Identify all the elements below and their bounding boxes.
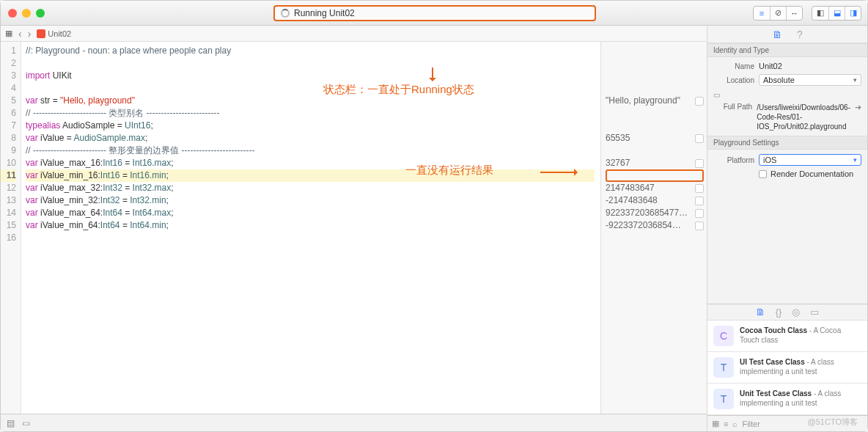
jump-bar[interactable]: ▦ ‹ › Unit02 [1,26,707,42]
toolbar-right: ≡ ⊘ ↔ ◧ ⬓ ◨ [753,6,861,21]
library-panel: 🗎 {} ◎ ▭ C Cocoa Touch Class - A Cocoa T… [707,304,867,431]
library-item[interactable]: C Cocoa Touch Class - A Cocoa Touch clas… [707,321,867,352]
back-button[interactable]: ‹ [18,28,22,40]
result-row[interactable]: -9223372036854… [606,219,704,232]
template-icon: T [713,357,734,378]
template-icon: C [713,326,734,346]
activity-status-bar[interactable]: Running Unit02 [273,5,596,21]
library-item[interactable]: T Unit Test Case Class - A class impleme… [707,384,867,415]
file-inspector-tab-icon[interactable]: 🗎 [772,29,782,40]
identity-header: Identity and Type [707,43,867,57]
debug-toggle-icon[interactable]: ▤ [7,418,15,428]
quicklook-icon[interactable] [695,134,704,143]
quicklook-icon[interactable] [695,184,704,193]
main-split: ▦ ‹ › Unit02 12345678910111213141516 //:… [1,26,867,431]
editor-mode-segment[interactable]: ≡ ⊘ ↔ [753,6,803,21]
reveal-arrow-icon[interactable]: ➜ [855,103,861,112]
name-label: Name [713,62,754,70]
titlebar: Running Unit02 ≡ ⊘ ↔ ◧ ⬓ ◨ [1,1,867,26]
panel-toggle-segment[interactable]: ◧ ⬓ ◨ [812,6,861,21]
quicklook-icon[interactable] [695,222,704,230]
template-icon: T [713,389,734,409]
playground-settings-body: Platform iOS▾ Render Documentation [707,150,867,183]
bottom-panel-icon[interactable]: ⬓ [828,7,845,20]
line-gutter: 12345678910111213141516 [1,42,21,414]
left-panel-icon[interactable]: ◧ [812,7,828,20]
result-row[interactable]: 32767 [606,157,704,169]
swift-file-icon [37,29,45,38]
result-row[interactable]: 922337203685477… [606,207,704,219]
quicklook-icon[interactable] [695,197,704,205]
assistant-editor-icon[interactable]: ⊘ [770,7,786,20]
media-tab-icon[interactable]: ▭ [810,307,819,318]
result-row[interactable]: "Hello, playground" [606,95,704,107]
result-row-empty [606,169,704,182]
platform-select[interactable]: iOS▾ [759,154,861,166]
library-tabs[interactable]: 🗎 {} ◎ ▭ [707,304,867,321]
platform-label: Platform [713,156,754,164]
playground-settings-header: Playground Settings [707,136,867,150]
annotation-arrow-down [432,67,433,81]
render-doc-checkbox-row[interactable]: Render Documentation [759,169,861,178]
library-item[interactable]: T UI Test Case Class - A class implement… [707,352,867,384]
status-text: Running Unit02 [294,8,355,18]
related-items-icon[interactable]: ▦ [5,29,12,38]
inspector-tabs[interactable]: 🗎 ? [707,26,867,43]
standard-editor-icon[interactable]: ≡ [754,7,770,20]
result-row[interactable]: 65535 [606,132,704,144]
folder-icon[interactable]: ▭ [713,91,720,99]
right-panel-icon[interactable]: ◨ [845,7,861,20]
fullpath-label: Full Path [713,103,752,111]
name-value[interactable]: Unit02 [759,62,861,70]
editor-area: ▦ ‹ › Unit02 12345678910111213141516 //:… [1,26,707,431]
debug-bar[interactable]: ▤ ▭ [1,414,707,431]
location-select[interactable]: Absolute▾ [759,74,861,86]
identity-body: Name Unit02 Location Absolute▾ ▭ Full Pa… [707,57,867,136]
quicklook-icon[interactable] [695,97,704,106]
code-results-row: 12345678910111213141516 //: Playground -… [1,42,707,414]
checkbox-icon[interactable] [759,170,767,178]
results-sidebar: "Hello, playground"65535327672147483647-… [600,42,707,414]
watermark: @51CTO博客 [808,417,858,428]
help-inspector-tab-icon[interactable]: ? [797,29,803,40]
object-tab-icon[interactable]: ◎ [792,307,800,318]
list-view-icon[interactable]: ≡ [724,420,728,428]
result-row[interactable]: 2147483647 [606,182,704,194]
xcode-window: Running Unit02 ≡ ⊘ ↔ ◧ ⬓ ◨ ▦ ‹ › Un [0,0,868,432]
spinner-icon [281,9,290,18]
location-label: Location [713,76,754,84]
forward-button[interactable]: › [28,28,32,40]
file-template-tab-icon[interactable]: 🗎 [756,307,765,318]
debug-breakpoint-icon[interactable]: ▭ [22,418,30,428]
window-controls [8,9,45,18]
source-editor[interactable]: //: Playground - noun: a place where peo… [21,42,600,414]
render-doc-label: Render Documentation [770,169,853,178]
breadcrumb-file: Unit02 [48,29,71,38]
annotation-arrow-right [540,172,577,173]
zoom-button[interactable] [36,9,45,18]
library-list[interactable]: C Cocoa Touch Class - A Cocoa Touch clas… [707,321,867,415]
inspector-panel: 🗎 ? Identity and Type Name Unit02 Locati… [707,26,867,431]
filter-icon: ⌕ [732,420,738,428]
quicklook-icon[interactable] [695,159,704,168]
version-editor-icon[interactable]: ↔ [786,7,802,20]
quicklook-icon[interactable] [695,209,704,218]
filter-placeholder: Filter [742,420,760,428]
close-button[interactable] [8,9,17,18]
grid-view-icon[interactable]: ▦ [712,419,719,428]
minimize-button[interactable] [22,9,31,18]
fullpath-value: /Users/liweixi/Downloads/06-Code-Res/01-… [757,103,850,131]
code-snippet-tab-icon[interactable]: {} [776,307,782,318]
result-row[interactable]: -2147483648 [606,194,704,207]
breadcrumb[interactable]: Unit02 [37,29,71,38]
